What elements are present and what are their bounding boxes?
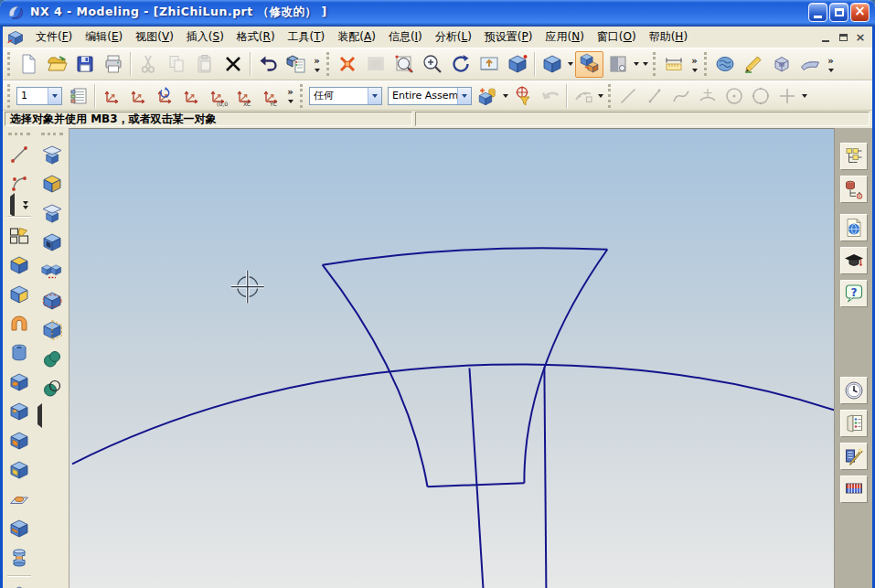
extrude-button[interactable]	[6, 251, 33, 278]
visualization-button[interactable]	[840, 443, 868, 470]
boss-face-button[interactable]	[39, 199, 66, 226]
wcs-orient-button[interactable]	[177, 83, 204, 108]
extrude-bracket-button[interactable]	[39, 229, 66, 255]
toolbar-grip-handle[interactable]	[7, 84, 10, 108]
wcs-dynamics-button[interactable]	[98, 83, 124, 108]
pan-view-button[interactable]	[475, 51, 503, 78]
sheet-body-button[interactable]	[795, 51, 824, 78]
toolbar-grip-handle[interactable]	[8, 133, 30, 135]
block-button[interactable]	[39, 170, 66, 197]
menu-analysis[interactable]: 分析(L)	[429, 27, 478, 47]
toolbar-grip-handle[interactable]	[7, 52, 10, 76]
toolbar-overflow-button[interactable]: »	[310, 57, 324, 72]
toolbar-overflow-button[interactable]: »	[688, 57, 701, 72]
combo-dropdown-button[interactable]	[457, 88, 471, 104]
work-layer-combo[interactable]: 1	[16, 87, 62, 105]
revolve-body-button[interactable]	[39, 287, 66, 314]
toolbar-grip-handle[interactable]	[608, 84, 611, 108]
slot-button[interactable]	[6, 515, 33, 541]
toolbar-grip-handle[interactable]	[704, 52, 707, 76]
circle-tool-button[interactable]	[747, 83, 774, 108]
sketch-button[interactable]	[6, 222, 33, 249]
datum-check-button[interactable]	[739, 51, 767, 78]
datum-csys-button[interactable]	[39, 141, 66, 167]
arc-tool-button[interactable]	[694, 83, 720, 108]
combo-dropdown-button[interactable]	[368, 88, 381, 104]
toolbar-grip-handle[interactable]	[653, 52, 656, 76]
fit-view-button[interactable]	[333, 51, 361, 78]
mdi-restore-button[interactable]	[836, 31, 850, 44]
menu-insert[interactable]: 插入(S)	[180, 27, 230, 47]
menu-information[interactable]: 信息(I)	[382, 27, 429, 47]
assembly-options-button-dropdown[interactable]	[501, 82, 510, 109]
toolbar-overflow-button[interactable]: »	[283, 88, 297, 103]
toolbar-grip-handle[interactable]	[41, 133, 63, 135]
menu-application[interactable]: 应用(N)	[539, 27, 590, 47]
wcs-rotate-button[interactable]	[151, 83, 177, 108]
mdi-close-button[interactable]: ×	[853, 31, 868, 44]
expand-more-button[interactable]	[23, 201, 28, 209]
graphics-viewport[interactable]	[69, 128, 834, 588]
groove-button[interactable]	[6, 544, 33, 571]
menu-edit[interactable]: 编辑(E)	[79, 27, 129, 47]
toolbar-overflow-button[interactable]: »	[824, 57, 838, 72]
spline-tool-button[interactable]	[667, 83, 694, 108]
boss-button[interactable]	[6, 398, 33, 424]
web-browser-button[interactable]	[840, 214, 868, 241]
part-navigator-button[interactable]	[840, 176, 868, 203]
close-button[interactable]: ×	[850, 3, 870, 22]
assembly-navigator-button[interactable]	[840, 143, 868, 170]
line-tool-button[interactable]	[614, 83, 641, 108]
measure-distance-button[interactable]	[659, 51, 688, 78]
scroll-left-button[interactable]	[10, 197, 15, 214]
graphics-canvas[interactable]	[69, 129, 834, 588]
rotate-view-button[interactable]	[446, 51, 475, 78]
collapse-column-button[interactable]	[37, 407, 42, 424]
intersect-button[interactable]	[39, 375, 66, 401]
paste-button[interactable]	[190, 51, 219, 78]
modeling-app-button[interactable]	[767, 51, 795, 78]
wireframe-view-button[interactable]	[575, 51, 603, 78]
wcs-origin-button[interactable]	[124, 83, 151, 108]
shaded-view-button[interactable]	[538, 51, 566, 78]
unite-bodies-button[interactable]	[39, 258, 66, 284]
selection-filter-button[interactable]	[510, 83, 537, 108]
toolbar-grip-handle[interactable]	[326, 52, 329, 76]
menu-format[interactable]: 格式(R)	[230, 27, 282, 47]
undo-button[interactable]	[253, 51, 282, 78]
unite-button[interactable]	[39, 346, 66, 372]
toolbar-options-button[interactable]	[641, 51, 650, 78]
print-button[interactable]	[99, 51, 127, 78]
half-section-button-dropdown[interactable]	[632, 51, 641, 78]
new-button[interactable]	[14, 51, 42, 78]
selection-scope-combo[interactable]: 任何	[309, 87, 382, 105]
delete-button[interactable]	[219, 51, 247, 78]
circle-center-tool-button[interactable]	[720, 83, 747, 108]
palettes-button[interactable]	[840, 410, 868, 437]
open-button[interactable]	[42, 51, 70, 78]
menu-assemblies[interactable]: 装配(A)	[331, 27, 382, 47]
snap-point-button-dropdown[interactable]	[596, 82, 605, 109]
layer-settings-button[interactable]	[65, 83, 91, 108]
trim-body-button[interactable]	[39, 316, 66, 343]
menu-file[interactable]: 文件(F)	[29, 27, 79, 47]
menu-window[interactable]: 窗口(O)	[591, 27, 643, 47]
revolve-button[interactable]	[6, 281, 33, 307]
transform-button[interactable]	[282, 51, 310, 78]
combo-dropdown-button[interactable]	[48, 88, 61, 104]
save-button[interactable]	[70, 51, 99, 78]
help-button[interactable]: ?	[840, 280, 868, 307]
menu-help[interactable]: 帮助(H)	[643, 27, 694, 47]
line2-tool-button[interactable]	[641, 83, 667, 108]
line-curve-button[interactable]	[6, 141, 33, 167]
wcs-yc-button[interactable]: YC	[257, 83, 283, 108]
datum-plane-button[interactable]	[6, 582, 33, 588]
toolbar-options-button[interactable]	[800, 82, 809, 109]
maximize-button[interactable]	[829, 3, 848, 22]
zoom-in-out-button[interactable]	[418, 51, 446, 78]
wcs-xc-button[interactable]: XC	[230, 83, 257, 108]
menu-tools[interactable]: 工具(T)	[282, 27, 332, 47]
previous-selection-button[interactable]	[537, 83, 563, 108]
half-section-button[interactable]	[603, 51, 632, 78]
menu-preferences[interactable]: 预设置(P)	[478, 27, 539, 47]
